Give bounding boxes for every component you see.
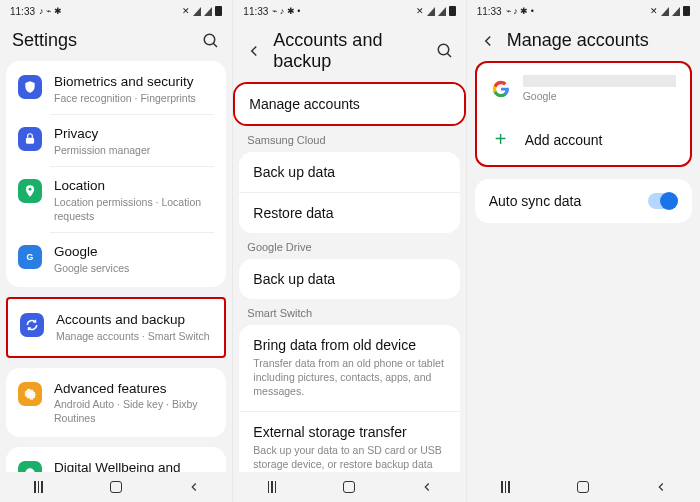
search-icon[interactable] — [202, 32, 220, 50]
nav-home[interactable] — [101, 478, 131, 496]
row-label: Manage accounts — [249, 96, 449, 112]
row-label: Privacy — [54, 125, 214, 143]
row-label: Accounts and backup — [56, 311, 212, 329]
header: Manage accounts — [467, 22, 700, 61]
nav-bar — [0, 472, 232, 502]
plus-icon: + — [491, 128, 511, 151]
list-row[interactable]: Back up data — [239, 259, 459, 299]
shield-icon — [18, 75, 42, 99]
row-sub: Google services — [54, 262, 214, 276]
svg-rect-2 — [26, 138, 34, 144]
add-account-row[interactable]: + Add account — [477, 114, 690, 165]
auto-sync-toggle[interactable] — [648, 193, 678, 209]
list-card: Back up dataRestore data — [239, 152, 459, 233]
row-label: Location — [54, 177, 214, 195]
screen-manage-accounts: 11:33⌁ ♪ ✱ • ✕ Manage accounts Google — [467, 0, 700, 502]
list-row[interactable]: External storage transferBack up your da… — [239, 412, 459, 472]
row-sub: Manage accounts · Smart Switch — [56, 330, 212, 344]
svg-point-7 — [438, 44, 449, 55]
settings-card: Biometrics and securityFace recognition … — [6, 61, 226, 287]
lock-icon — [18, 127, 42, 151]
row-label: Digital Wellbeing and — [54, 459, 214, 472]
status-bar: 11:33♪ ⌁ ✱ ✕ — [0, 0, 232, 22]
svg-point-6 — [25, 469, 34, 472]
nav-back[interactable] — [412, 478, 442, 496]
settings-card: Advanced featuresAndroid Auto · Side key… — [6, 368, 226, 438]
status-bar: 11:33⌁ ♪ ✱ • ✕ — [233, 0, 465, 22]
row-sub: Permission manager — [54, 144, 214, 158]
row-sub: Back up your data to an SD card or USB s… — [253, 443, 445, 472]
back-icon[interactable] — [479, 32, 497, 50]
row-sub: Location permissions · Location requests — [54, 196, 214, 223]
clock: 11:33 — [477, 6, 502, 17]
list-row[interactable]: Restore data — [239, 193, 459, 233]
list-row[interactable]: Bring data from old deviceTransfer data … — [239, 325, 459, 412]
section-header: Smart Switch — [233, 299, 465, 325]
account-email-redacted — [523, 75, 676, 87]
section-header: Google Drive — [233, 233, 465, 259]
svg-point-3 — [29, 188, 32, 191]
settings-row-sync[interactable]: Accounts and backupManage accounts · Sma… — [8, 301, 224, 353]
header: Settings — [0, 22, 232, 61]
google-icon — [491, 79, 511, 99]
nav-recent[interactable] — [24, 478, 54, 496]
list-card: Bring data from old deviceTransfer data … — [239, 325, 459, 472]
list-row[interactable]: Manage accounts — [235, 84, 463, 124]
header: Accounts and backup — [233, 22, 465, 82]
sync-icon — [20, 313, 44, 337]
settings-row-gear[interactable]: Advanced featuresAndroid Auto · Side key… — [6, 370, 226, 436]
status-bar: 11:33⌁ ♪ ✱ • ✕ — [467, 0, 700, 22]
row-sub: Android Auto · Side key · Bixby Routines — [54, 398, 214, 425]
nav-home[interactable] — [334, 478, 364, 496]
gear-icon — [18, 382, 42, 406]
pin-icon — [18, 179, 42, 203]
settings-row-g[interactable]: GGoogleGoogle services — [6, 233, 226, 285]
auto-sync-row[interactable]: Auto sync data — [475, 179, 692, 223]
row-label: Biometrics and security — [54, 73, 214, 91]
list-card: Back up data — [239, 259, 459, 299]
account-row-google[interactable]: Google — [477, 63, 690, 114]
settings-row-shield[interactable]: Biometrics and securityFace recognition … — [6, 63, 226, 115]
nav-bar — [233, 472, 465, 502]
row-sub: Transfer data from an old phone or table… — [253, 356, 445, 399]
page-title: Settings — [12, 30, 192, 51]
row-label: Restore data — [253, 205, 445, 221]
screen-settings: 11:33♪ ⌁ ✱ ✕ Settings Biometrics and sec… — [0, 0, 233, 502]
screen-accounts-backup: 11:33⌁ ♪ ✱ • ✕ Accounts and backup Manag… — [233, 0, 466, 502]
list-row[interactable]: Back up data — [239, 152, 459, 193]
settings-card: Accounts and backupManage accounts · Sma… — [6, 297, 226, 357]
page-title: Accounts and backup — [273, 30, 425, 72]
settings-card: Digital Wellbeing and — [6, 447, 226, 472]
nav-recent[interactable] — [491, 478, 521, 496]
list-card: Manage accounts — [233, 82, 465, 126]
settings-row-circle[interactable]: Digital Wellbeing and — [6, 449, 226, 472]
row-label: Bring data from old device — [253, 337, 445, 353]
settings-row-pin[interactable]: LocationLocation permissions · Location … — [6, 167, 226, 233]
nav-bar — [467, 472, 700, 502]
row-label: Back up data — [253, 271, 445, 287]
account-provider: Google — [523, 90, 676, 102]
back-icon[interactable] — [245, 42, 263, 60]
clock: 11:33 — [243, 6, 268, 17]
row-sub: Face recognition · Fingerprints — [54, 92, 214, 106]
g-icon: G — [18, 245, 42, 269]
row-label: Back up data — [253, 164, 445, 180]
row-label: Advanced features — [54, 380, 214, 398]
nav-back[interactable] — [179, 478, 209, 496]
clock: 11:33 — [10, 6, 35, 17]
svg-line-1 — [214, 43, 218, 47]
circle-icon — [18, 461, 42, 472]
nav-back[interactable] — [646, 478, 676, 496]
row-label: Google — [54, 243, 214, 261]
page-title: Manage accounts — [507, 30, 688, 51]
nav-recent[interactable] — [257, 478, 287, 496]
search-icon[interactable] — [436, 42, 454, 60]
row-label: External storage transfer — [253, 424, 445, 440]
nav-home[interactable] — [568, 478, 598, 496]
svg-point-0 — [205, 34, 216, 45]
settings-row-lock[interactable]: PrivacyPermission manager — [6, 115, 226, 167]
section-header: Samsung Cloud — [233, 126, 465, 152]
svg-line-8 — [447, 53, 451, 57]
auto-sync-label: Auto sync data — [489, 193, 648, 209]
svg-text:G: G — [27, 252, 34, 262]
